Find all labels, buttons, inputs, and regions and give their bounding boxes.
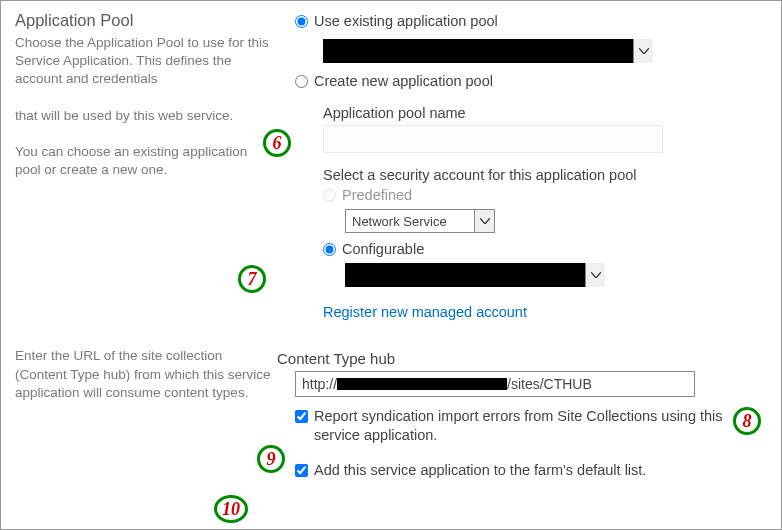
configurable-label: Configurable (342, 241, 424, 257)
content-type-hub-input[interactable]: http:// /sites/CTHUB (295, 371, 695, 397)
use-existing-label: Use existing application pool (314, 13, 498, 29)
add-default-label: Add this service application to the farm… (314, 461, 646, 480)
app-pool-desc-2: that will be used by this web service. (15, 107, 275, 125)
predefined-label: Predefined (342, 187, 412, 203)
pool-name-label: Application pool name (323, 105, 767, 121)
predefined-dropdown[interactable]: Network Service (345, 209, 495, 233)
callout-8: 8 (733, 407, 761, 435)
report-errors-checkbox[interactable] (295, 410, 308, 423)
predefined-radio (323, 189, 336, 202)
security-account-label: Select a security account for this appli… (323, 167, 767, 183)
callout-9: 9 (257, 445, 285, 473)
callout-6: 6 (263, 129, 291, 157)
app-pool-title: Application Pool (15, 11, 275, 30)
chevron-down-icon (474, 210, 494, 232)
redacted-host (337, 378, 507, 390)
create-new-radio[interactable] (295, 75, 308, 88)
chevron-down-icon (585, 263, 605, 287)
report-errors-label: Report syndication import errors from Si… (314, 407, 767, 445)
add-default-checkbox[interactable] (295, 464, 308, 477)
pool-name-input[interactable] (323, 125, 663, 153)
app-pool-desc-1: Choose the Application Pool to use for t… (15, 34, 275, 89)
chevron-down-icon (633, 39, 653, 63)
cthub-prefix: http:// (302, 376, 337, 392)
use-existing-radio[interactable] (295, 15, 308, 28)
app-pool-desc-3: You can choose an existing application p… (15, 143, 275, 179)
register-managed-account-link[interactable]: Register new managed account (323, 304, 527, 320)
configurable-dropdown[interactable] (345, 263, 605, 287)
predefined-dropdown-value: Network Service (346, 214, 474, 229)
content-type-hub-label: Content Type hub (277, 350, 767, 367)
cthub-suffix: /sites/CTHUB (507, 376, 592, 392)
content-type-hub-desc: Enter the URL of the site collection (Co… (15, 347, 275, 402)
callout-7: 7 (238, 265, 266, 293)
callout-10: 10 (214, 495, 248, 523)
configurable-radio[interactable] (323, 243, 336, 256)
existing-pool-dropdown[interactable] (323, 39, 653, 63)
create-new-label: Create new application pool (314, 73, 493, 89)
